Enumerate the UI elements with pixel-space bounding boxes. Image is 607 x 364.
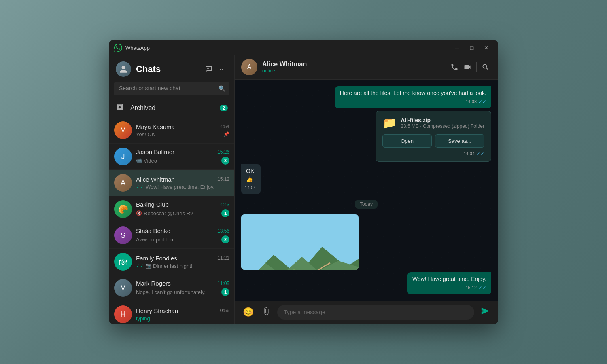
chat-header: A Alice Whitman online xyxy=(235,55,498,80)
avatar-henry: H xyxy=(114,305,132,323)
chat-info-baking: Baking Club 14:43 🔇 Rebecca: @Chris R? 1 xyxy=(136,201,229,217)
chat-header-icons xyxy=(449,61,491,73)
sidebar-header: Chats ⋯ xyxy=(109,55,234,80)
file-header: 📁 All-files.zip 23.5 MB · Compressed (zi… xyxy=(382,116,484,129)
unread-badge-jason: 3 xyxy=(221,157,229,165)
message-1-text: Here are all the files. Let me know once… xyxy=(340,90,486,96)
attach-button[interactable] xyxy=(260,305,272,320)
message-ok-text: OK! 👍 xyxy=(246,168,256,182)
send-button[interactable] xyxy=(479,305,491,320)
chat-info-alice: Alice Whitman 15:12 ✓✓ Wow! Have great t… xyxy=(136,176,229,190)
minimize-button[interactable]: ─ xyxy=(451,42,464,53)
archive-icon xyxy=(116,103,124,113)
message-1-check: ✓✓ xyxy=(478,99,486,106)
unread-badge-baking: 1 xyxy=(221,209,229,217)
message-reply-text: Wow! Have great time. Enjoy. xyxy=(412,276,486,282)
image-placeholder xyxy=(241,214,359,270)
chat-list: M Maya Kasuma 14:54 Yes! OK 📌 J xyxy=(109,117,234,324)
chat-name-alice: Alice Whitman xyxy=(136,176,175,183)
message-reply-time: 15:12 xyxy=(465,285,477,291)
chat-name-henry: Henry Strachan xyxy=(136,307,178,314)
chat-time-baking: 14:43 xyxy=(217,202,229,207)
avatar-stasa: S xyxy=(114,226,132,244)
unread-badge-stasa: 2 xyxy=(221,235,229,243)
chat-header-name: Alice Whitman xyxy=(262,61,444,68)
more-options-button[interactable]: ⋯ xyxy=(217,63,228,75)
save-file-button[interactable]: Save as... xyxy=(435,134,484,148)
avatar-mark: M xyxy=(114,279,132,297)
image-message: So beautiful here! ❤️ 15:06 xyxy=(241,214,359,270)
chat-name-maya: Maya Kasuma xyxy=(136,123,175,130)
chat-time-jason: 15:26 xyxy=(217,149,229,155)
chat-item-alice[interactable]: A Alice Whitman 15:12 ✓✓ Wow! Have great… xyxy=(109,170,234,196)
camera-icon-family: 📷 xyxy=(146,263,152,269)
message-1-time: 14:03 xyxy=(465,99,477,105)
date-divider: Today xyxy=(355,200,378,209)
chat-name-family: Family Foodies xyxy=(136,255,177,262)
file-time: 14:04 xyxy=(463,151,475,156)
search-chat-button[interactable] xyxy=(480,61,491,73)
chat-item-jason[interactable]: J Jason Ballmer 15:26 📹 Video 3 xyxy=(109,144,234,170)
app-title: WhatsApp xyxy=(125,45,451,51)
message-input[interactable] xyxy=(277,305,474,320)
chat-time-maya: 14:54 xyxy=(217,124,229,129)
title-bar: WhatsApp ─ □ ✕ xyxy=(109,40,498,55)
video-call-button[interactable] xyxy=(462,61,473,73)
my-avatar[interactable] xyxy=(116,61,131,77)
file-name: All-files.zip xyxy=(401,117,484,123)
chat-name-mark: Mark Rogers xyxy=(136,280,171,287)
archived-label: Archived xyxy=(130,104,220,112)
emoji-button[interactable]: 😊 xyxy=(241,305,255,319)
chat-info-family: Family Foodies 11:21 ✓✓ 📷 Dinner last ni… xyxy=(136,255,229,269)
chat-preview-henry: typing... xyxy=(136,315,229,322)
chat-time-mark: 11:05 xyxy=(217,281,229,286)
whatsapp-logo-icon xyxy=(114,44,122,52)
close-button[interactable]: ✕ xyxy=(480,42,493,53)
chat-item-family[interactable]: 🍽 Family Foodies 11:21 ✓✓ 📷 Dinner last … xyxy=(109,249,234,275)
chat-item-stasa[interactable]: S Staša Benko 13:56 Aww no problem. 2 xyxy=(109,222,234,249)
chat-input-area: 😊 xyxy=(235,301,498,324)
open-file-button[interactable]: Open xyxy=(382,134,432,148)
message-reply: Wow! Have great time. Enjoy. 15:12 ✓✓ xyxy=(407,272,491,294)
avatar-family: 🍽 xyxy=(114,253,132,271)
file-size: 23.5 MB · Compressed (zipped) Folder xyxy=(401,123,484,129)
chat-item-henry[interactable]: H Henry Strachan 10:56 typing... xyxy=(109,301,234,324)
maximize-button[interactable]: □ xyxy=(465,42,478,53)
voice-call-button[interactable] xyxy=(449,61,460,73)
chat-header-status: online xyxy=(262,68,444,74)
chat-preview-maya: Yes! OK xyxy=(136,131,220,138)
chat-info-stasa: Staša Benko 13:56 Aww no problem. 2 xyxy=(136,227,229,243)
window-controls: ─ □ ✕ xyxy=(451,42,493,53)
chat-item-maya[interactable]: M Maya Kasuma 14:54 Yes! OK 📌 xyxy=(109,117,234,144)
new-chat-button[interactable] xyxy=(204,63,214,75)
avatar-jason: J xyxy=(114,148,132,165)
chat-item-baking[interactable]: 🥐 Baking Club 14:43 🔇 Rebecca: @Chris R?… xyxy=(109,196,234,222)
chat-preview-mark: Nope. I can't go unfortunately. xyxy=(136,289,218,295)
chat-name-stasa: Staša Benko xyxy=(136,227,170,234)
chat-item-mark[interactable]: M Mark Rogers 11:05 Nope. I can't go unf… xyxy=(109,275,234,301)
app-body: Chats ⋯ 🔍 Archived 2 xyxy=(109,55,498,324)
pin-icon-maya: 📌 xyxy=(223,131,229,137)
chat-preview-alice: Wow! Have great time. Enjoy. xyxy=(146,184,229,190)
video-icon-jason: 📹 xyxy=(136,158,142,163)
search-bar: 🔍 xyxy=(114,82,229,95)
unread-badge-mark: 1 xyxy=(221,288,229,296)
zip-file-icon: 📁 xyxy=(382,116,397,129)
archived-row[interactable]: Archived 2 xyxy=(109,99,234,117)
double-check-alice: ✓✓ xyxy=(136,184,144,190)
chat-panel: A Alice Whitman online xyxy=(235,55,498,324)
chat-info-henry: Henry Strachan 10:56 typing... xyxy=(136,307,229,322)
chat-time-stasa: 13:56 xyxy=(217,228,229,234)
search-icon: 🔍 xyxy=(219,85,225,92)
chat-header-avatar[interactable]: A xyxy=(241,59,257,75)
app-window: WhatsApp ─ □ ✕ Chats ⋯ xyxy=(109,40,498,324)
message-ok-wrapper: OK! 👍 14:04 xyxy=(241,164,269,194)
message-ok: OK! 👍 14:04 xyxy=(241,164,261,194)
avatar-maya: M xyxy=(114,121,132,139)
sidebar-actions: ⋯ xyxy=(204,63,228,75)
search-input[interactable] xyxy=(114,82,229,95)
chat-time-alice: 15:12 xyxy=(217,176,229,182)
chat-name-jason: Jason Ballmer xyxy=(136,148,174,155)
sidebar: Chats ⋯ 🔍 Archived 2 xyxy=(109,55,235,324)
file-actions: Open Save as... xyxy=(382,134,484,148)
